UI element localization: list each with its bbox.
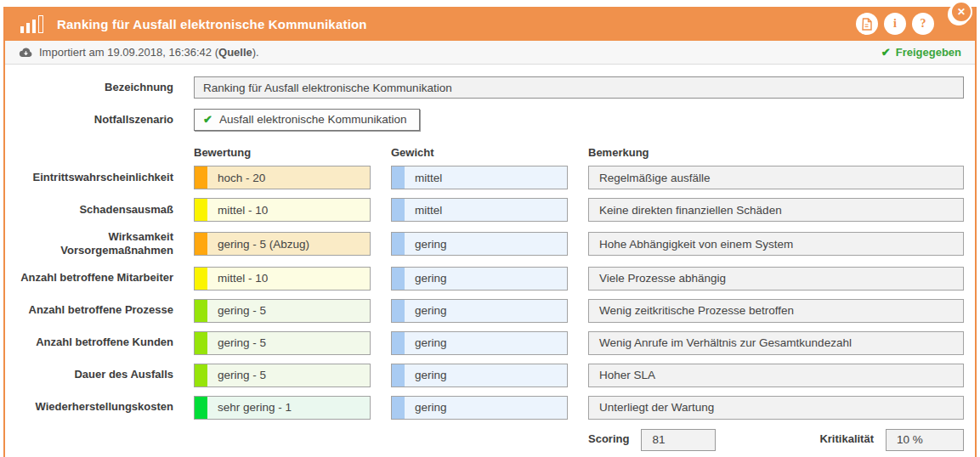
dialog-body: Bezeichnung Notfallszenario ✔ Ausfall el… xyxy=(5,65,975,452)
check-icon: ✔ xyxy=(203,113,212,126)
bezeichnung-input[interactable] xyxy=(194,76,964,99)
bewertung-field[interactable]: hoch - 20 xyxy=(194,166,371,189)
import-source-link[interactable]: Quelle xyxy=(218,46,252,59)
check-icon: ✔ xyxy=(881,46,891,59)
bewertung-field[interactable]: mittel - 10 xyxy=(194,267,371,291)
column-header-bewertung: Bewertung xyxy=(194,146,371,159)
bewertung-value: mittel - 10 xyxy=(207,204,268,217)
release-status-badge: ✔ Freigegeben xyxy=(881,46,961,59)
bemerkung-value: Regelmäßige ausfälle xyxy=(589,172,711,184)
bewertung-field[interactable]: sehr gering - 1 xyxy=(194,396,371,420)
rating-color-stripe xyxy=(195,233,207,255)
gewicht-field[interactable]: gering xyxy=(391,267,568,291)
bemerkung-field[interactable]: Keine direkten finanziellen Schäden xyxy=(588,198,964,222)
notfallszenario-value: Ausfall elektronische Kommunikation xyxy=(219,113,407,126)
rating-row: Wirksamkeit Vorsorgemaßnahmen gering - 5… xyxy=(10,230,964,258)
gewicht-value: gering xyxy=(405,401,447,414)
rating-row: Anzahl betroffene Prozesse gering - 5 ge… xyxy=(10,299,964,323)
gewicht-field[interactable]: gering xyxy=(391,396,568,420)
rating-row: Wiederherstellungskosten sehr gering - 1… xyxy=(10,396,964,420)
rating-color-stripe xyxy=(195,397,207,419)
bewertung-field[interactable]: mittel - 10 xyxy=(194,198,371,222)
pdf-export-button[interactable] xyxy=(856,13,878,35)
bewertung-field[interactable]: gering - 5 xyxy=(194,364,371,387)
help-button[interactable]: ? xyxy=(912,13,934,35)
rating-row: Anzahl betroffene Mitarbeiter mittel - 1… xyxy=(10,267,964,291)
gewicht-field[interactable]: gering xyxy=(391,331,568,355)
gewicht-value: gering xyxy=(405,369,447,381)
bewertung-value: hoch - 20 xyxy=(207,172,265,184)
rating-color-stripe xyxy=(195,199,207,221)
criterion-label: Anzahl betroffene Mitarbeiter xyxy=(10,271,173,285)
info-button[interactable]: i xyxy=(884,13,906,35)
cloud-download-icon xyxy=(19,47,33,58)
bemerkung-field[interactable]: Unterliegt der Wartung xyxy=(588,396,964,420)
bemerkung-field[interactable]: Hoher SLA xyxy=(588,364,964,387)
criterion-label: Anzahl betroffene Prozesse xyxy=(10,303,173,317)
scoring-label: Scoring xyxy=(588,432,629,446)
bewertung-field[interactable]: gering - 5 (Abzug) xyxy=(194,232,371,256)
close-icon: ✕ xyxy=(957,6,966,18)
rating-color-stripe xyxy=(195,300,207,322)
gewicht-value: gering xyxy=(405,304,447,317)
rating-color-stripe xyxy=(195,268,207,290)
weight-color-stripe xyxy=(392,300,405,322)
info-icon: i xyxy=(893,17,897,31)
question-icon: ? xyxy=(921,17,926,31)
rating-color-stripe xyxy=(195,166,207,189)
bewertung-value: sehr gering - 1 xyxy=(207,401,292,414)
gewicht-field[interactable]: mittel xyxy=(391,198,568,222)
bewertung-value: mittel - 10 xyxy=(207,272,268,285)
scoring-input[interactable] xyxy=(641,429,716,451)
bemerkung-field[interactable]: Wenig Anrufe im Verhältnis zur Gesamtkun… xyxy=(588,331,964,355)
bemerkung-value: Wenig zeitkritische Prozesse betroffen xyxy=(589,304,794,317)
table-header-row: Bewertung Gewicht Bemerkung xyxy=(10,145,964,159)
gewicht-field[interactable]: gering xyxy=(391,364,568,387)
notfallszenario-button[interactable]: ✔ Ausfall elektronische Kommunikation xyxy=(194,109,420,131)
bewertung-field[interactable]: gering - 5 xyxy=(194,331,371,355)
rating-row: Anzahl betroffene Kunden gering - 5 geri… xyxy=(10,331,964,355)
import-info-text: Importiert am 19.09.2018, 16:36:42 (Quel… xyxy=(39,46,259,59)
bemerkung-value: Unterliegt der Wartung xyxy=(589,401,714,414)
gewicht-field[interactable]: mittel xyxy=(391,166,568,189)
rating-color-stripe xyxy=(195,364,207,386)
gewicht-value: mittel xyxy=(405,204,442,217)
bewertung-field[interactable]: gering - 5 xyxy=(194,299,371,323)
bewertung-value: gering - 5 xyxy=(207,369,266,381)
gewicht-field[interactable]: gering xyxy=(391,232,568,256)
bemerkung-field[interactable]: Wenig zeitkritische Prozesse betroffen xyxy=(588,299,964,323)
gewicht-field[interactable]: gering xyxy=(391,299,568,323)
rating-row: Eintrittswahrscheinlichkeit hoch - 20 mi… xyxy=(10,166,964,189)
close-button[interactable]: ✕ xyxy=(950,1,972,23)
column-header-bemerkung: Bemerkung xyxy=(588,146,964,159)
criterion-label: Anzahl betroffene Kunden xyxy=(10,336,173,349)
bemerkung-field[interactable]: Regelmäßige ausfälle xyxy=(588,166,964,189)
rating-rows: Eintrittswahrscheinlichkeit hoch - 20 mi… xyxy=(10,166,964,420)
gewicht-value: gering xyxy=(405,238,447,251)
rating-color-stripe xyxy=(195,332,207,354)
bezeichnung-label: Bezeichnung xyxy=(10,81,173,94)
risk-ranking-dialog: Ranking für Ausfall elektronische Kommun… xyxy=(3,7,977,457)
gewicht-value: gering xyxy=(405,272,447,285)
bewertung-value: gering - 5 xyxy=(207,336,266,349)
bemerkung-value: Hoher SLA xyxy=(589,369,655,381)
dialog-titlebar: Ranking für Ausfall elektronische Kommun… xyxy=(5,7,975,41)
import-status-bar: Importiert am 19.09.2018, 16:36:42 (Quel… xyxy=(5,41,975,65)
pdf-file-icon xyxy=(861,18,873,31)
bewertung-value: gering - 5 (Abzug) xyxy=(207,238,309,251)
criterion-label: Eintrittswahrscheinlichkeit xyxy=(10,171,173,184)
bemerkung-field[interactable]: Viele Prozesse abhängig xyxy=(588,267,964,291)
gewicht-value: gering xyxy=(405,336,447,349)
gewicht-value: mittel xyxy=(405,172,442,184)
criterion-label: Dauer des Ausfalls xyxy=(10,368,173,381)
bemerkung-value: Wenig Anrufe im Verhältnis zur Gesamtkun… xyxy=(589,336,852,349)
rating-row: Dauer des Ausfalls gering - 5 gering Hoh… xyxy=(10,364,964,387)
bewertung-value: gering - 5 xyxy=(207,304,266,317)
bemerkung-field[interactable]: Hohe Abhängigkeit von einem System xyxy=(588,232,964,256)
rating-row: Schadensausmaß mittel - 10 mittel Keine … xyxy=(10,198,964,222)
kritikalitaet-input[interactable] xyxy=(886,429,964,451)
bemerkung-value: Hohe Abhängigkeit von einem System xyxy=(589,238,793,251)
score-summary-row: Scoring Kritikalität xyxy=(588,429,964,451)
weight-color-stripe xyxy=(392,199,405,221)
weight-color-stripe xyxy=(392,332,405,354)
